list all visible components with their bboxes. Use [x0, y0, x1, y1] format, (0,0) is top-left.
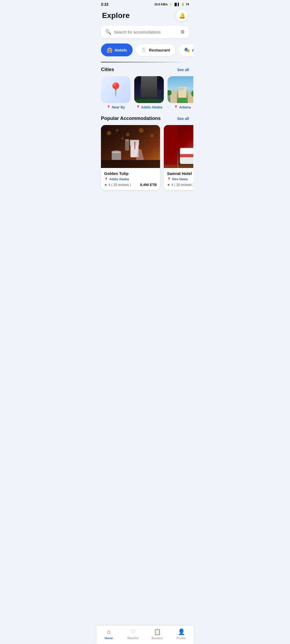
- cities-list: 📍 📍 Near By: [97, 76, 193, 116]
- svg-rect-7: [144, 87, 145, 87]
- svg-rect-58: [164, 165, 193, 168]
- svg-rect-22: [182, 88, 183, 90]
- hotel-samrat[interactable]: Samrat Hotel 📍 Dire Dawa ★ 4 ( 25 review…: [164, 125, 193, 190]
- cities-see-all[interactable]: See all: [177, 68, 189, 72]
- star-icon-samrat: ★: [167, 183, 170, 187]
- hotel-golden-tulip-rating: ★ 4 ( 25 reviews ): [104, 183, 131, 187]
- cities-header: Cities See all: [97, 67, 193, 76]
- hotel-golden-tulip-footer: ★ 4 ( 25 reviews ) 8,490 ETB: [104, 183, 157, 187]
- svg-point-30: [107, 131, 111, 135]
- svg-point-35: [121, 137, 124, 140]
- svg-rect-51: [181, 149, 193, 154]
- location-pin-icon: 📍: [108, 82, 124, 97]
- city-nearby-image: 📍: [101, 76, 130, 103]
- city-addis-ababa[interactable]: 📍 Addis Ababa: [134, 76, 164, 109]
- svg-point-13: [158, 78, 159, 79]
- cities-title: Cities: [101, 67, 114, 72]
- accommodations-see-all[interactable]: See all: [177, 116, 189, 121]
- battery-icon: 🔋: [181, 3, 185, 6]
- nearby-text: Near By: [112, 105, 125, 109]
- svg-rect-21: [179, 88, 181, 90]
- status-icons: 10.0 KB/s ⚡ ▐▌▌ 🔋 74: [154, 3, 189, 6]
- pin-icon-adama: 📍: [174, 105, 178, 109]
- category-restaurant[interactable]: 🍴 Restaurant: [135, 43, 176, 56]
- search-icon: 🔍: [105, 29, 111, 35]
- hotel-samrat-rating: ★ 4 ( 25 reviews ): [167, 183, 193, 187]
- svg-rect-10: [152, 91, 153, 92]
- svg-point-12: [137, 79, 137, 79]
- location-icon-samrat: 📍: [167, 177, 171, 181]
- status-bar: 2:22 10.0 KB/s ⚡ ▐▌▌ 🔋 74: [97, 0, 193, 8]
- city-nearby-label: 📍 Near By: [106, 105, 125, 109]
- svg-rect-40: [125, 139, 129, 141]
- accommodations-title: Popular Accommodations: [101, 116, 161, 121]
- category-hotels[interactable]: 🏨 Hotels: [101, 43, 133, 56]
- search-bar: 🔍 ⚙: [101, 26, 189, 38]
- hotels-icon: 🏨: [107, 47, 113, 53]
- svg-point-33: [139, 128, 144, 133]
- category-attractions[interactable]: 🎭 Att: [178, 43, 193, 56]
- hotels-label: Hotels: [115, 48, 127, 52]
- data-speed: 10.0 KB/s: [154, 3, 168, 6]
- adama-text: Adama: [179, 105, 191, 109]
- city-adama-image: [168, 76, 193, 103]
- category-tabs: 🏨 Hotels 🍴 Restaurant 🎭 Att: [97, 43, 193, 62]
- addis-text: Addis Ababa: [141, 105, 162, 109]
- svg-rect-47: [164, 125, 177, 168]
- svg-rect-28: [178, 98, 186, 103]
- svg-point-44: [111, 151, 121, 153]
- city-adama[interactable]: 📍 Adama: [168, 76, 193, 109]
- notification-button[interactable]: 🔔: [176, 10, 188, 21]
- svg-rect-24: [189, 92, 190, 94]
- restaurant-icon: 🍴: [141, 47, 147, 53]
- hotel-samrat-location: 📍 Dire Dawa: [167, 177, 193, 181]
- svg-rect-11: [156, 92, 157, 93]
- attractions-label: Att: [192, 48, 193, 52]
- city-addis-image: [134, 76, 164, 103]
- svg-rect-8: [146, 91, 147, 92]
- hotel-golden-tulip-name: Golden Tulip: [104, 171, 157, 176]
- hotel-samrat-footer: ★ 4 ( 25 reviews ): [167, 183, 193, 187]
- city-addis-label: 📍 Addis Ababa: [136, 105, 162, 109]
- hotel-golden-tulip-price: 8,490 ETB: [140, 183, 157, 187]
- hotel-samrat-name: Samrat Hotel: [167, 171, 193, 176]
- svg-rect-9: [141, 88, 142, 89]
- svg-point-34: [150, 134, 154, 137]
- hotel-samrat-image: [164, 125, 193, 168]
- filter-icon[interactable]: ⚙: [180, 29, 185, 35]
- svg-rect-53: [180, 154, 193, 157]
- hotel-golden-tulip-info: Golden Tulip 📍 Addis Ababa ★ 4 ( 25 revi…: [101, 168, 160, 190]
- accommodations-list: Golden Tulip 📍 Addis Ababa ★ 4 ( 25 revi…: [97, 125, 193, 195]
- hotel-golden-tulip-location: 📍 Addis Ababa: [104, 177, 157, 181]
- city-nearby[interactable]: 📍 📍 Near By: [101, 76, 130, 109]
- svg-point-6: [145, 79, 146, 80]
- svg-point-32: [126, 133, 130, 136]
- signal-icon: ▐▌▌: [173, 3, 180, 6]
- search-input[interactable]: [114, 30, 180, 34]
- svg-point-14: [153, 77, 153, 78]
- header: Explore 🔔: [97, 8, 193, 26]
- svg-point-31: [116, 129, 118, 132]
- hotel-samrat-info: Samrat Hotel 📍 Dire Dawa ★ 4 ( 25 review…: [164, 168, 193, 190]
- tab-divider: [101, 62, 189, 63]
- svg-rect-19: [173, 90, 174, 92]
- pin-icon: 📍: [106, 105, 111, 109]
- pin-icon-addis: 📍: [136, 105, 140, 109]
- attractions-icon: 🎭: [184, 47, 190, 53]
- status-time: 2:22: [101, 2, 108, 6]
- restaurant-label: Restaurant: [149, 48, 170, 52]
- accommodations-header: Popular Accommodations See all: [97, 116, 193, 125]
- hotel-golden-tulip-image: [101, 125, 160, 168]
- city-adama-label: 📍 Adama: [174, 105, 191, 109]
- bell-icon: 🔔: [179, 12, 186, 19]
- hotel-golden-tulip[interactable]: Golden Tulip 📍 Addis Ababa ★ 4 ( 25 revi…: [101, 125, 160, 190]
- svg-rect-45: [101, 160, 160, 168]
- star-icon: ★: [104, 183, 107, 187]
- bluetooth-icon: ⚡: [169, 3, 172, 6]
- location-icon: 📍: [104, 177, 108, 181]
- battery-level: 74: [186, 3, 189, 6]
- page-title: Explore: [102, 11, 130, 20]
